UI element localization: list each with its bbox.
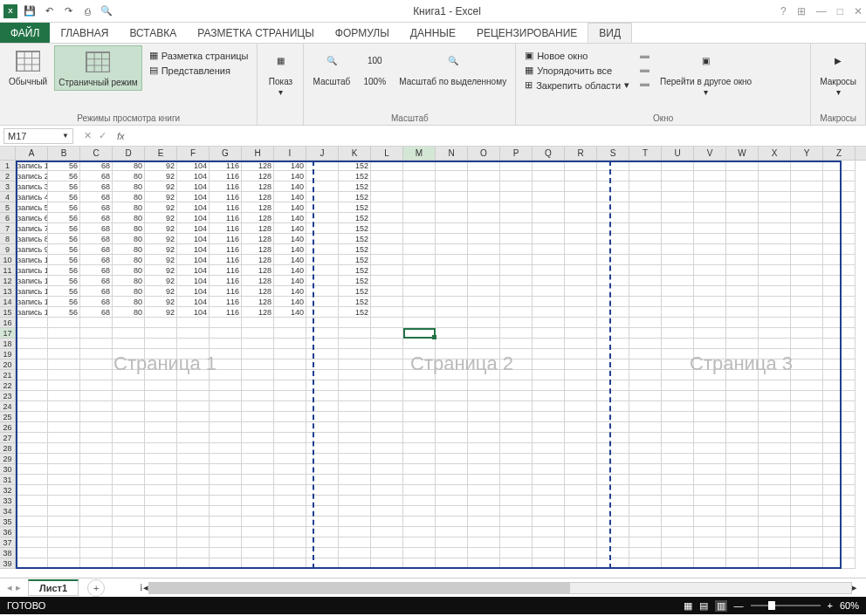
cell[interactable] [629,454,662,464]
cell[interactable] [16,496,48,506]
row-header[interactable]: 37 [0,537,16,548]
cell[interactable] [177,475,210,485]
cell[interactable] [694,307,726,318]
cell[interactable] [210,548,242,558]
cell[interactable]: 140 [274,181,306,192]
cell[interactable] [759,213,791,223]
cell[interactable] [468,255,500,265]
cell[interactable] [694,297,726,307]
cell[interactable] [48,359,80,370]
cell[interactable] [726,370,759,380]
cell[interactable] [113,359,145,370]
cell[interactable] [274,527,306,537]
cell[interactable]: 104 [177,234,210,244]
cell[interactable] [306,412,339,422]
cell[interactable] [145,496,177,506]
cell[interactable] [403,496,436,506]
cell[interactable] [371,307,403,318]
cell[interactable] [791,339,823,349]
column-header[interactable]: D [113,147,145,160]
cell[interactable] [210,349,242,359]
cell[interactable] [16,464,48,475]
cell[interactable] [177,496,210,506]
cell[interactable] [597,318,629,328]
cell[interactable] [662,202,694,213]
cell[interactable] [694,213,726,223]
cell[interactable] [500,370,533,380]
cell[interactable] [726,454,759,464]
cell[interactable]: 92 [145,234,177,244]
column-header[interactable]: B [48,147,80,160]
cell[interactable] [759,297,791,307]
cell[interactable] [629,297,662,307]
cell[interactable] [662,181,694,192]
cell[interactable] [823,558,856,569]
cell[interactable] [823,517,856,527]
cell[interactable] [371,265,403,276]
cell[interactable]: 92 [145,202,177,213]
cell[interactable] [500,171,533,181]
cell[interactable] [533,506,565,517]
cell[interactable] [177,537,210,548]
cell[interactable] [468,517,500,527]
row-header[interactable]: 36 [0,527,16,537]
cell[interactable] [726,422,759,433]
cell[interactable] [597,234,629,244]
cell[interactable] [759,349,791,359]
cell[interactable] [113,527,145,537]
cell[interactable] [403,527,436,537]
cell[interactable] [662,265,694,276]
row-header[interactable]: 23 [0,391,16,401]
cell[interactable] [500,297,533,307]
tab-nav-next-icon[interactable]: ▸ [16,582,21,593]
row-header[interactable]: 4 [0,192,16,202]
save-icon[interactable]: 💾 [23,4,37,18]
cell[interactable] [759,485,791,496]
cell[interactable] [371,161,403,171]
cell[interactable] [823,286,856,297]
cell[interactable] [662,223,694,234]
cell[interactable] [759,443,791,454]
cell[interactable] [339,359,371,370]
view-pagebreak-button[interactable]: Страничный режим [54,45,141,91]
minimize-icon[interactable]: — [816,5,827,17]
cell[interactable] [597,422,629,433]
cell[interactable] [468,496,500,506]
cell[interactable] [694,464,726,475]
cell[interactable] [113,475,145,485]
cell[interactable] [145,548,177,558]
cell[interactable] [16,527,48,537]
cell[interactable] [533,265,565,276]
cell[interactable] [242,380,274,391]
column-header[interactable]: Z [823,147,856,160]
cell[interactable] [436,181,468,192]
tab-review[interactable]: РЕЦЕНЗИРОВАНИЕ [466,23,588,43]
cell[interactable] [597,265,629,276]
cell[interactable]: 140 [274,244,306,255]
cell[interactable]: 152 [339,161,371,171]
cell[interactable] [823,485,856,496]
cell[interactable] [694,370,726,380]
cell[interactable]: 140 [274,286,306,297]
cell[interactable] [80,537,113,548]
cell[interactable] [823,548,856,558]
cell[interactable] [80,548,113,558]
cell[interactable] [48,401,80,412]
cell[interactable] [629,527,662,537]
cell[interactable]: 116 [210,244,242,255]
cell[interactable] [662,475,694,485]
cell[interactable] [339,443,371,454]
cell[interactable]: 80 [113,265,145,276]
cell[interactable] [726,537,759,548]
cell[interactable]: запись 8 [16,234,48,244]
cell[interactable] [306,401,339,412]
cell[interactable] [694,548,726,558]
cell[interactable] [145,401,177,412]
cell[interactable] [468,318,500,328]
row-header[interactable]: 34 [0,506,16,517]
cell[interactable] [823,422,856,433]
cell[interactable]: 92 [145,181,177,192]
cell[interactable]: 80 [113,223,145,234]
cell[interactable] [306,213,339,223]
cell[interactable] [436,380,468,391]
